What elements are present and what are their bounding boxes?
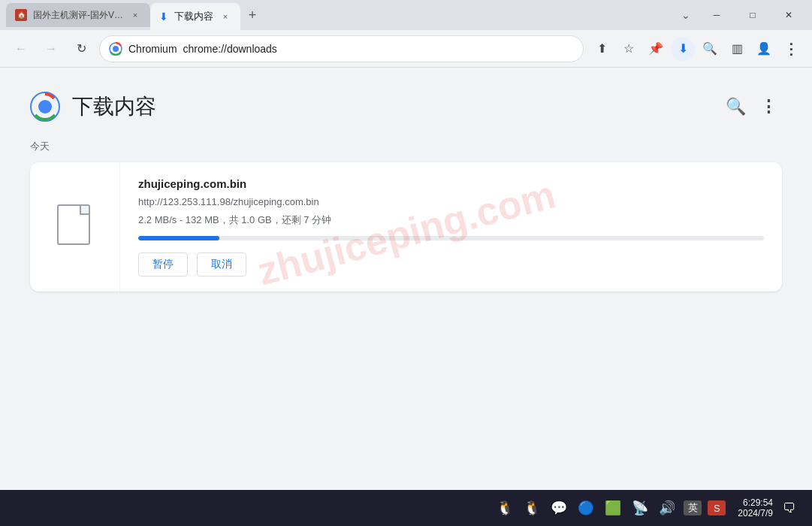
address-brand: Chromium	[128, 43, 177, 55]
page-header-right: 🔍 ⋮	[722, 93, 782, 120]
tab-inactive[interactable]: 🏠 国外主机测评-国外VPS、国外... ×	[6, 3, 150, 27]
navigation-bar: ← → ↻ Chromium chrome://downloads ⬆ ☆ 📌 …	[0, 30, 812, 68]
download-card-content: zhujiceping.com.bin http://123.253.111.9…	[120, 162, 782, 292]
tab-active-close[interactable]: ×	[219, 11, 231, 23]
download-status: 2.2 MB/s - 132 MB，共 1.0 GB，还剩 7 分钟	[138, 213, 764, 227]
taskbar-time: 6:29:54	[743, 497, 773, 508]
extensions-icon[interactable]: 📌	[644, 37, 668, 61]
taskbar-icon-bluetooth[interactable]: 🔵	[575, 497, 596, 518]
taskbar-icon-penguin2[interactable]: 🐧	[521, 497, 542, 518]
page-title: 下载内容	[72, 92, 156, 121]
downloads-page-logo	[30, 92, 60, 122]
svg-point-1	[113, 46, 119, 52]
window-controls: ⌄ ─ □ ✕	[674, 3, 806, 27]
page-content: zhujiceping.com 下载内容 🔍 ⋮ 今天	[0, 68, 812, 490]
tab-inactive-favicon: 🏠	[15, 9, 27, 21]
close-button[interactable]: ✕	[771, 3, 806, 27]
tab-active-label: 下载内容	[174, 10, 213, 23]
download-card: zhujiceping.com.bin http://123.253.111.9…	[30, 162, 782, 292]
taskbar-icon-nvidia[interactable]: 🟩	[602, 497, 623, 518]
more-options-icon[interactable]: ⋮	[779, 37, 803, 61]
tab-active-favicon: ⬇	[159, 11, 168, 23]
tab-inactive-close[interactable]: ×	[129, 9, 141, 21]
file-icon	[57, 204, 93, 249]
search-icon[interactable]: 🔍	[698, 37, 722, 61]
taskbar-clock[interactable]: 6:29:54 2024/7/9	[738, 497, 773, 518]
split-view-icon[interactable]: ▥	[725, 37, 749, 61]
toolbar-icons: ⬆ ☆ 📌 ⬇ 🔍 ▥ 👤 ⋮	[590, 37, 803, 61]
download-filename: zhujiceping.com.bin	[138, 177, 764, 190]
downloads-icon[interactable]: ⬇	[671, 37, 695, 61]
file-icon-corner	[80, 206, 89, 215]
download-file-icon-area	[30, 162, 120, 292]
reload-button[interactable]: ↻	[69, 37, 93, 61]
taskbar-icon-wechat[interactable]: 💬	[548, 497, 569, 518]
back-button[interactable]: ←	[9, 37, 33, 61]
new-tab-button[interactable]: +	[240, 3, 264, 27]
download-progress-bar	[138, 236, 764, 240]
taskbar-icon-sougou[interactable]: S	[708, 500, 726, 515]
chromium-logo	[109, 42, 122, 56]
page-more-button[interactable]: ⋮	[755, 93, 782, 120]
taskbar-icon-ime[interactable]: 英	[684, 500, 702, 515]
page-search-button[interactable]: 🔍	[722, 93, 749, 120]
minimize-button[interactable]: ─	[699, 3, 734, 27]
taskbar-notification-icon[interactable]: 🗨	[779, 497, 800, 518]
forward-button[interactable]: →	[39, 37, 63, 61]
taskbar-icon-volume[interactable]: 🔊	[657, 497, 678, 518]
download-url: http://123.253.111.98/zhujiceping.com.bi…	[138, 196, 764, 207]
pause-button[interactable]: 暂停	[138, 252, 188, 277]
section-today-label: 今天	[30, 140, 782, 153]
download-actions: 暂停 取消	[138, 252, 764, 277]
taskbar-icon-network[interactable]: 📡	[629, 497, 651, 518]
share-icon[interactable]: ⬆	[590, 37, 614, 61]
svg-point-3	[38, 100, 52, 113]
file-icon-shape	[57, 204, 90, 245]
tab-inactive-label: 国外主机测评-国外VPS、国外...	[33, 9, 123, 22]
taskbar: 🐧 🐧 💬 🔵 🟩 📡 🔊 英 S 6:29:54 2024/7/9 🗨	[0, 490, 812, 526]
taskbar-date: 2024/7/9	[738, 508, 773, 518]
cancel-button[interactable]: 取消	[197, 252, 246, 277]
title-bar: 🏠 国外主机测评-国外VPS、国外... × ⬇ 下载内容 × + ⌄ ─ □ …	[0, 0, 812, 30]
bookmark-icon[interactable]: ☆	[617, 37, 641, 61]
page-header: 下载内容 🔍 ⋮	[30, 92, 782, 122]
page-header-left: 下载内容	[30, 92, 156, 122]
tab-active[interactable]: ⬇ 下载内容 ×	[150, 3, 240, 30]
profile-icon[interactable]: 👤	[752, 37, 776, 61]
download-progress-fill	[138, 236, 219, 240]
restore-button[interactable]: □	[735, 3, 770, 27]
chevron-down-icon[interactable]: ⌄	[674, 3, 698, 27]
address-url: chrome://downloads	[183, 43, 277, 55]
address-bar[interactable]: Chromium chrome://downloads	[99, 35, 584, 62]
taskbar-icon-penguin1[interactable]: 🐧	[494, 497, 515, 518]
